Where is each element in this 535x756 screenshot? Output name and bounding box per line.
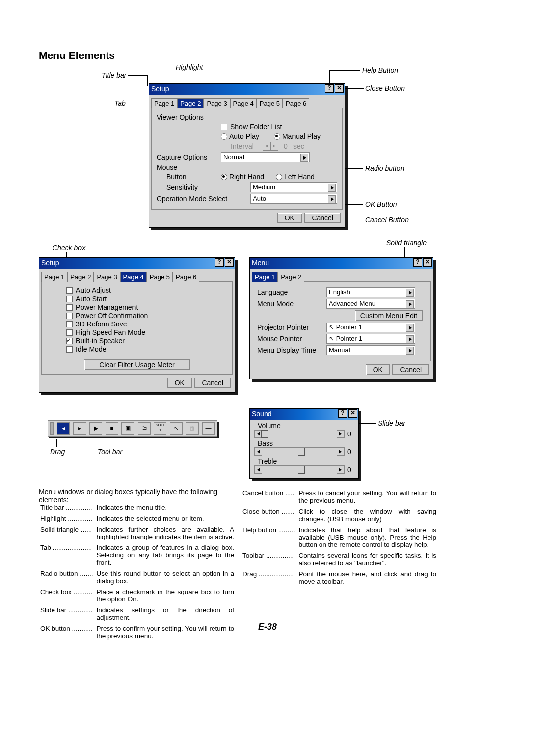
viewer-options-label: Viewer Options	[157, 113, 221, 121]
label-tab: Tab	[114, 99, 126, 107]
help-icon[interactable]: ?	[338, 409, 347, 418]
definition: Point the mouse here, and click and drag…	[298, 570, 437, 587]
select-projector-pointer[interactable]: ↖ Pointer 1	[326, 323, 415, 332]
label-drag: Drag	[50, 448, 65, 456]
term: Highlight .............	[40, 514, 95, 524]
checkbox[interactable]	[66, 321, 73, 327]
cancel-button[interactable]: Cancel	[392, 364, 429, 375]
checkbox[interactable]	[66, 313, 73, 319]
tab-page-2[interactable]: Page 2	[278, 272, 304, 282]
checkbox[interactable]	[66, 346, 73, 353]
delete-icon[interactable]: 🗑	[186, 422, 199, 435]
term: Toolbar ...............	[242, 551, 297, 569]
tab-page-1[interactable]: Page 1	[41, 272, 67, 282]
next-icon[interactable]: ▸	[73, 422, 86, 435]
checkbox[interactable]	[66, 296, 73, 302]
cancel-button[interactable]: Cancel	[304, 213, 341, 223]
page-number: E-38	[0, 622, 535, 632]
select-capture-options[interactable]: Normal	[221, 152, 310, 162]
tab-page-3[interactable]: Page 3	[94, 272, 120, 282]
select-menu-mode[interactable]: Advanced Menu	[326, 299, 415, 309]
radio-right-hand[interactable]	[221, 174, 227, 180]
tab-page-2[interactable]: Page 2	[67, 272, 94, 282]
close-icon[interactable]: ✕	[348, 409, 357, 418]
pointer-icon[interactable]: ↖	[170, 422, 183, 435]
checkbox-label: Built-in Speaker	[76, 337, 125, 345]
prev-icon[interactable]: ◂	[57, 422, 70, 435]
interval-spinner[interactable]: ◂▸	[263, 142, 278, 151]
stop-icon[interactable]: ■	[106, 422, 118, 435]
checkbox-show-folder-list[interactable]	[221, 124, 227, 130]
left-hand-label: Left Hand	[284, 173, 315, 181]
right-hand-label: Right Hand	[229, 173, 264, 181]
ok-button[interactable]: OK	[167, 378, 192, 388]
tab-page-1[interactable]: Page 1	[252, 272, 278, 282]
tab-page-4[interactable]: Page 4	[120, 272, 147, 282]
window-icon[interactable]: ▣	[121, 422, 134, 435]
slot-icon[interactable]: SLOT1	[154, 422, 166, 435]
definition: Indicates further choices are available.…	[96, 525, 235, 542]
checkbox-label: Power Off Confirmation	[76, 312, 148, 320]
button-label: Button	[157, 173, 221, 181]
slider-bass[interactable]	[254, 447, 345, 456]
toolbar-launcher[interactable]: ◂ ▸ ▶ ■ ▣ 🗂 SLOT1 ↖ 🗑 —	[48, 420, 217, 437]
checkbox-label: Auto Start	[76, 295, 107, 303]
select-language[interactable]: English	[326, 287, 415, 297]
tab-page-5[interactable]: Page 5	[257, 98, 283, 108]
radio-left-hand[interactable]	[276, 174, 282, 180]
titlebar[interactable]: Setup ? ✕	[39, 258, 235, 269]
tab-page-2[interactable]: Page 2	[177, 98, 204, 108]
intro-text: Menu windows or dialog boxes typically h…	[39, 488, 242, 504]
radio-auto-play[interactable]	[221, 133, 227, 140]
term: Solid triangle ......	[40, 525, 95, 542]
close-icon[interactable]: ✕	[335, 84, 344, 93]
checkbox[interactable]	[66, 304, 73, 311]
select-operation-mode[interactable]: Auto	[250, 194, 337, 204]
checkbox[interactable]	[66, 287, 73, 294]
close-icon[interactable]: ✕	[423, 258, 432, 267]
slider-volume[interactable]	[254, 430, 345, 438]
language-label: Language	[257, 288, 326, 296]
checkbox[interactable]	[66, 338, 73, 344]
mouse-label: Mouse	[157, 163, 221, 171]
definition: Indicates a group of features in a dialo…	[96, 543, 235, 568]
select-mouse-pointer[interactable]: ↖ Pointer 1	[326, 334, 415, 344]
tab-page-5[interactable]: Page 5	[147, 272, 173, 282]
drag-handle[interactable]	[50, 422, 54, 435]
term: Tab .....................	[40, 543, 95, 568]
term: Help button .........	[242, 526, 297, 550]
ok-button[interactable]: OK	[277, 213, 302, 223]
tab-page-4[interactable]: Page 4	[230, 98, 257, 108]
tab-page-6[interactable]: Page 6	[283, 98, 309, 108]
window-setup-1: Setup ? ✕ Page 1Page 2Page 3Page 4Page 5…	[149, 83, 345, 228]
treble-label: Treble	[254, 457, 354, 465]
titlebar[interactable]: Setup ? ✕	[149, 84, 345, 95]
folder-icon[interactable]: 🗂	[138, 422, 151, 435]
close-icon[interactable]: ✕	[225, 258, 234, 267]
checkbox[interactable]	[66, 329, 73, 336]
window-title: Setup	[151, 85, 169, 93]
minimize-icon[interactable]: —	[202, 422, 215, 435]
radio-manual-play[interactable]	[274, 133, 280, 140]
select-sensitivity[interactable]: Medium	[250, 182, 337, 192]
tab-page-1[interactable]: Page 1	[151, 98, 177, 108]
select-menu-display-time[interactable]: Manual	[326, 345, 415, 355]
term: Title bar ..............	[40, 503, 95, 513]
titlebar[interactable]: Menu ? ✕	[250, 258, 433, 269]
tab-page-3[interactable]: Page 3	[204, 98, 230, 108]
help-icon[interactable]: ?	[325, 84, 334, 93]
titlebar[interactable]: Sound ? ✕	[250, 409, 358, 420]
custom-menu-edit-button[interactable]: Custom Menu Edit	[355, 310, 423, 321]
ok-button[interactable]: OK	[366, 364, 390, 375]
window-title: Setup	[41, 259, 59, 267]
slider-treble[interactable]	[254, 465, 345, 474]
definitions-right: Cancel button .....Press to cancel your …	[241, 488, 438, 588]
capture-options-label: Capture Options	[157, 153, 221, 161]
play-icon[interactable]: ▶	[89, 422, 102, 435]
cancel-button[interactable]: Cancel	[194, 378, 231, 388]
help-icon[interactable]: ?	[215, 258, 224, 267]
tab-page-6[interactable]: Page 6	[173, 272, 199, 282]
clear-filter-button[interactable]: Clear Filter Usage Meter	[84, 359, 190, 370]
interval-value: 0	[278, 142, 293, 150]
help-icon[interactable]: ?	[413, 258, 422, 267]
